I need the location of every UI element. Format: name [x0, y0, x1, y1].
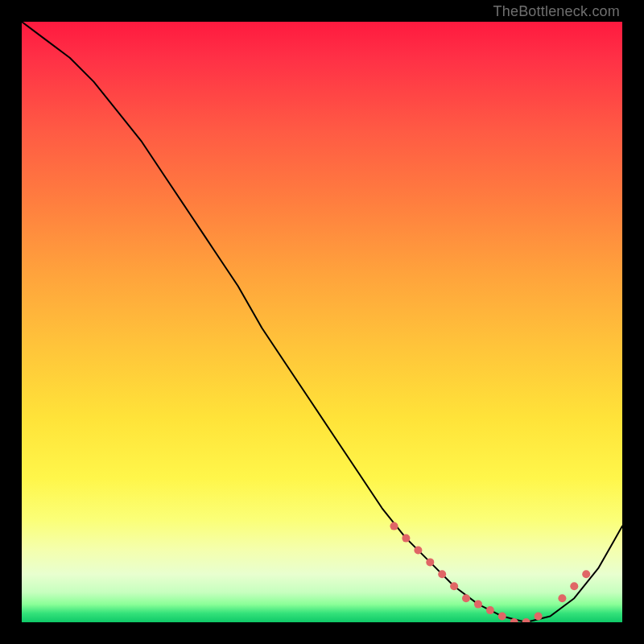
marker-dot — [558, 594, 566, 602]
marker-dot — [462, 594, 470, 602]
curve-layer — [22, 22, 622, 622]
marker-dot — [426, 558, 434, 566]
marker-dot — [390, 522, 398, 530]
marker-dot — [535, 613, 543, 621]
marker-dot — [414, 547, 422, 555]
marker-group — [390, 522, 591, 622]
marker-dot — [582, 570, 590, 578]
marker-dot — [438, 570, 446, 578]
marker-dot — [474, 601, 482, 609]
marker-dot — [522, 618, 530, 622]
marker-dot — [570, 582, 578, 590]
marker-dot — [450, 582, 458, 590]
marker-dot — [486, 606, 494, 614]
plot-area — [22, 22, 622, 622]
bottleneck-curve — [22, 22, 622, 622]
chart-frame: TheBottleneck.com — [0, 0, 644, 644]
watermark-text: TheBottleneck.com — [493, 3, 620, 20]
marker-dot — [402, 535, 410, 543]
marker-dot — [498, 613, 506, 621]
